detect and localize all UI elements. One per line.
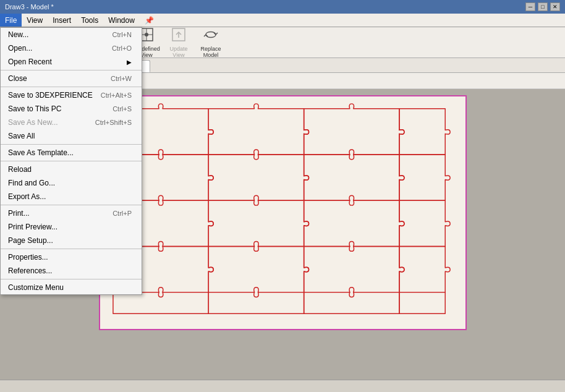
menu-print[interactable]: Print... Ctrl+P [1, 207, 142, 220]
minimize-button[interactable]: ─ [525, 2, 535, 11]
menu-window[interactable]: Window [103, 14, 140, 27]
menu-save-as-new: Save As New... Ctrl+Shift+S [1, 116, 142, 129]
menu-open-recent[interactable]: Open Recent ▶ [1, 55, 142, 69]
menu-customize[interactable]: Customize Menu [1, 281, 142, 294]
status-bar [0, 380, 565, 392]
menu-page-setup[interactable]: Page Setup... [1, 234, 142, 247]
menu-close[interactable]: Close Ctrl+W [1, 72, 142, 85]
menu-reload[interactable]: Reload [1, 163, 142, 176]
menu-save-3d[interactable]: Save to 3DEXPERIENCE Ctrl+Alt+S [1, 88, 142, 102]
window-controls: ─ □ ✕ [525, 2, 560, 11]
update-view-label: UpdateView [169, 46, 187, 59]
menu-view[interactable]: View [22, 14, 48, 27]
file-dropdown-menu: New... Ctrl+N Open... Ctrl+O Open Recent… [0, 27, 142, 295]
maximize-button[interactable]: □ [538, 2, 548, 11]
svg-rect-34 [101, 96, 465, 329]
title-bar: Draw3 - Model * ─ □ ✕ [0, 0, 565, 14]
title-text: Draw3 - Model * [5, 3, 54, 11]
menu-bar: File View Insert Tools Window 📌 New... C… [0, 14, 565, 27]
close-button[interactable]: ✕ [550, 2, 560, 11]
menu-tools[interactable]: Tools [76, 14, 103, 27]
menu-references[interactable]: References... [1, 264, 142, 278]
svg-point-13 [145, 33, 148, 36]
separator-4 [1, 161, 142, 161]
replace-model-label: ReplaceModel [200, 46, 221, 59]
separator-3 [1, 144, 142, 145]
update-view-button: UpdateView [163, 28, 194, 57]
menu-save-all[interactable]: Save All [1, 129, 142, 143]
puzzle-drawing [100, 96, 465, 329]
separator-6 [1, 249, 142, 249]
menu-new[interactable]: New... Ctrl+N [1, 28, 142, 41]
menu-properties[interactable]: Properties... [1, 250, 142, 264]
drawing-sheet [99, 95, 467, 330]
menu-insert[interactable]: Insert [48, 14, 76, 27]
menu-file[interactable]: File [0, 14, 22, 27]
update-view-icon [170, 26, 187, 45]
separator-5 [1, 205, 142, 205]
menu-pin[interactable]: 📌 [140, 14, 159, 27]
separator-1 [1, 70, 142, 70]
menu-find-go[interactable]: Find and Go... [1, 176, 142, 190]
menu-save-pc[interactable]: Save to This PC Ctrl+S [1, 102, 142, 116]
replace-model-button[interactable]: ReplaceModel [195, 28, 226, 57]
replace-model-icon [202, 26, 219, 45]
menu-export[interactable]: Export As... [1, 190, 142, 203]
menu-open[interactable]: Open... Ctrl+O [1, 41, 142, 55]
menu-print-preview[interactable]: Print Preview... [1, 220, 142, 234]
menu-save-as-template[interactable]: Save As Template... [1, 146, 142, 160]
separator-7 [1, 279, 142, 279]
separator-2 [1, 87, 142, 87]
